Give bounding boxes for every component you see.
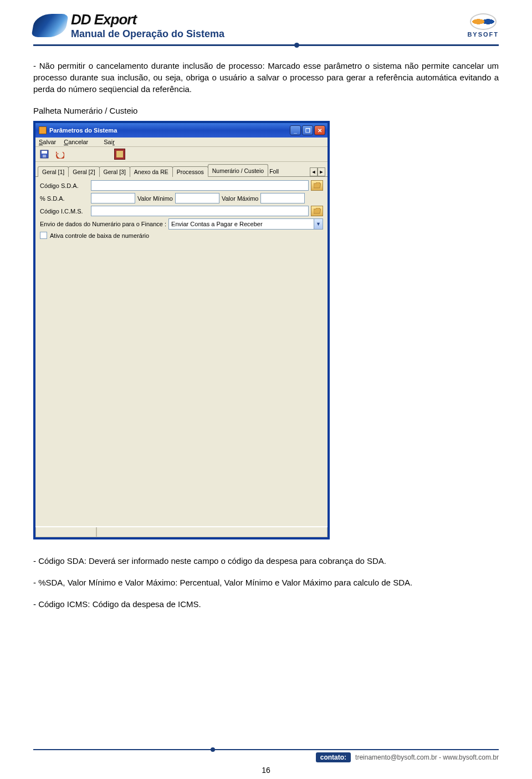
label-ativa-controle-baixa: Ativa controle de baixa de numerário bbox=[50, 232, 149, 239]
save-icon bbox=[40, 150, 49, 159]
intro-paragraph: - Não permitir o cancelamento durante in… bbox=[33, 60, 499, 95]
tab-geral3[interactable]: Geral [3] bbox=[99, 166, 130, 177]
window-title: Parâmetros do Sistema bbox=[49, 127, 117, 134]
input-valor-minimo[interactable] bbox=[175, 193, 219, 203]
folder-open-icon bbox=[314, 182, 321, 189]
document-footer: contato: treinamento@bysoft.com.br - www… bbox=[33, 749, 499, 762]
tab-scroll-right[interactable]: ► bbox=[318, 167, 325, 176]
select-envio-finance[interactable]: Enviar Contas a Pagar e Receber ▼ bbox=[168, 218, 323, 230]
company-name: BYSOFT bbox=[467, 31, 499, 38]
label-codigo-icms: Código I.C.M.S. bbox=[40, 208, 89, 215]
contact-label: contato: bbox=[316, 752, 351, 762]
close-button[interactable]: ✕ bbox=[314, 125, 325, 135]
paragraph-codigo-icms: - Código ICMS: Código da despesa de ICMS… bbox=[33, 598, 499, 610]
form-blank-area bbox=[35, 243, 328, 526]
maximize-button[interactable]: ❐ bbox=[302, 125, 313, 135]
tab-processos[interactable]: Processos bbox=[172, 166, 208, 177]
toolbar-exit-button[interactable] bbox=[114, 149, 125, 160]
titlebar: Parâmetros do Sistema _ ❐ ✕ bbox=[35, 123, 328, 138]
tab-numerario-custeio[interactable]: Numerário / Custeio bbox=[208, 164, 268, 176]
product-subtitle: Manual de Operação do Sistema bbox=[71, 28, 224, 40]
input-codigo-sda[interactable] bbox=[91, 180, 309, 191]
form-area: Código S.D.A. % S.D.A. Valor Mínimo Valo… bbox=[35, 177, 328, 243]
logo-swoosh-icon bbox=[31, 14, 68, 37]
label-codigo-sda: Código S.D.A. bbox=[40, 182, 89, 189]
app-icon bbox=[39, 126, 47, 134]
menu-salvar[interactable]: Salvar bbox=[39, 139, 56, 145]
product-title: DD Export bbox=[71, 11, 224, 28]
paragraph-pct-sda: - %SDA, Valor Mínimo e Valor Máximo: Per… bbox=[33, 577, 499, 588]
svg-rect-2 bbox=[43, 155, 46, 157]
select-envio-value: Enviar Contas a Pagar e Receber bbox=[171, 221, 262, 227]
page-number: 16 bbox=[0, 766, 532, 775]
tab-anexo-re[interactable]: Anexo da RE bbox=[130, 166, 173, 177]
checkbox-ativa-controle-baixa[interactable] bbox=[40, 232, 47, 239]
menu-cancelar[interactable]: Cancelar bbox=[64, 139, 88, 145]
paragraph-codigo-sda: - Código SDA: Deverá ser informado neste… bbox=[33, 555, 499, 567]
undo-icon bbox=[55, 150, 64, 159]
toolbar-save-button[interactable] bbox=[39, 149, 50, 160]
contact-text: treinamento@bysoft.com.br - www.bysoft.c… bbox=[355, 753, 499, 761]
statusbar-cell-2 bbox=[96, 527, 328, 537]
folder-open-icon bbox=[314, 208, 321, 214]
browse-codigo-icms-button[interactable] bbox=[311, 206, 323, 216]
company-logo: BYSOFT bbox=[467, 13, 499, 38]
toolbar-undo-button[interactable] bbox=[54, 149, 65, 160]
app-window: Parâmetros do Sistema _ ❐ ✕ Salvar Cance… bbox=[33, 121, 330, 539]
lower-text: - Código SDA: Deverá ser informado neste… bbox=[33, 555, 499, 610]
product-logo: DD Export Manual de Operação do Sistema bbox=[33, 11, 224, 40]
dropdown-arrow-icon: ▼ bbox=[314, 219, 323, 229]
bysoft-icon bbox=[470, 13, 497, 30]
input-pct-sda[interactable] bbox=[91, 193, 135, 203]
menubar: Salvar Cancelar Sair bbox=[35, 138, 328, 147]
label-valor-maximo: Valor Máximo bbox=[222, 195, 258, 202]
document-header: DD Export Manual de Operação do Sistema … bbox=[33, 11, 499, 46]
tab-geral1[interactable]: Geral [1] bbox=[38, 166, 69, 177]
statusbar bbox=[35, 526, 328, 537]
menu-sair[interactable]: Sair bbox=[104, 139, 115, 145]
minimize-button[interactable]: _ bbox=[290, 125, 301, 135]
label-pct-sda: % S.D.A. bbox=[40, 195, 89, 202]
label-envio-finance: Envio de dados do Numerário para o Finan… bbox=[40, 221, 166, 227]
tab-scroll-left[interactable]: ◄ bbox=[310, 167, 318, 176]
input-codigo-icms[interactable] bbox=[91, 206, 309, 216]
tab-geral2[interactable]: Geral [2] bbox=[68, 166, 99, 177]
label-valor-minimo: Valor Mínimo bbox=[137, 195, 173, 202]
statusbar-cell-1 bbox=[35, 527, 96, 537]
tab-overflow-label: Foll bbox=[268, 166, 280, 176]
toolbar bbox=[35, 147, 328, 162]
section-title: Palheta Numerário / Custeio bbox=[33, 106, 499, 115]
tab-bar: Geral [1] Geral [2] Geral [3] Anexo da R… bbox=[35, 162, 328, 177]
input-valor-maximo[interactable] bbox=[260, 193, 305, 203]
browse-codigo-sda-button[interactable] bbox=[311, 180, 323, 191]
svg-rect-1 bbox=[42, 151, 47, 154]
